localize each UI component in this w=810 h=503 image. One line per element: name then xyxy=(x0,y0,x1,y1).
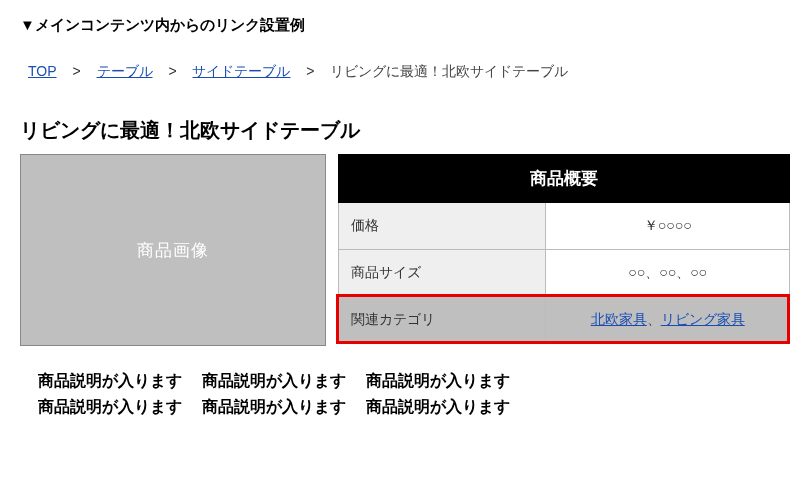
content-row: 商品画像 商品概要 価格 ￥○○○○ 商品サイズ ○○、○○、○○ 関連カテゴリ… xyxy=(20,154,790,346)
desc-col: 商品説明が入ります 商品説明が入ります xyxy=(202,368,346,419)
breadcrumb-sep: > xyxy=(306,63,314,79)
category-link-hokuo[interactable]: 北欧家具 xyxy=(591,311,647,327)
breadcrumb-link-sidetable[interactable]: サイドテーブル xyxy=(192,63,290,79)
product-title: リビングに最適！北欧サイドテーブル xyxy=(20,117,790,144)
product-image-placeholder: 商品画像 xyxy=(20,154,326,346)
desc-col: 商品説明が入ります 商品説明が入ります xyxy=(366,368,510,419)
breadcrumb-sep: > xyxy=(72,63,80,79)
table-row-highlight: 関連カテゴリ 北欧家具、リビング家具 xyxy=(339,297,790,344)
row-value-category: 北欧家具、リビング家具 xyxy=(546,297,790,344)
breadcrumb-link-table[interactable]: テーブル xyxy=(97,63,153,79)
breadcrumb-current: リビングに最適！北欧サイドテーブル xyxy=(330,63,568,79)
table-row: 価格 ￥○○○○ xyxy=(339,203,790,250)
desc-line: 商品説明が入ります xyxy=(366,368,510,394)
desc-line: 商品説明が入ります xyxy=(202,368,346,394)
description-row: 商品説明が入ります 商品説明が入ります 商品説明が入ります 商品説明が入ります … xyxy=(20,368,790,419)
desc-line: 商品説明が入ります xyxy=(202,394,346,420)
section-title: ▼メインコンテンツ内からのリンク設置例 xyxy=(20,16,790,35)
breadcrumb-link-top[interactable]: TOP xyxy=(28,63,57,79)
breadcrumb: TOP > テーブル > サイドテーブル > リビングに最適！北欧サイドテーブル xyxy=(20,63,790,81)
table-row: 商品サイズ ○○、○○、○○ xyxy=(339,250,790,297)
desc-line: 商品説明が入ります xyxy=(38,368,182,394)
row-label-category: 関連カテゴリ xyxy=(339,297,546,344)
row-value-size: ○○、○○、○○ xyxy=(546,250,790,297)
desc-line: 商品説明が入ります xyxy=(366,394,510,420)
row-value-price: ￥○○○○ xyxy=(546,203,790,250)
row-label-price: 価格 xyxy=(339,203,546,250)
desc-col: 商品説明が入ります 商品説明が入ります xyxy=(38,368,182,419)
spec-table: 商品概要 価格 ￥○○○○ 商品サイズ ○○、○○、○○ 関連カテゴリ 北欧家具… xyxy=(338,154,790,344)
row-label-size: 商品サイズ xyxy=(339,250,546,297)
table-header: 商品概要 xyxy=(339,155,790,203)
link-sep: 、 xyxy=(647,311,661,327)
category-link-living[interactable]: リビング家具 xyxy=(661,311,745,327)
desc-line: 商品説明が入ります xyxy=(38,394,182,420)
breadcrumb-sep: > xyxy=(168,63,176,79)
